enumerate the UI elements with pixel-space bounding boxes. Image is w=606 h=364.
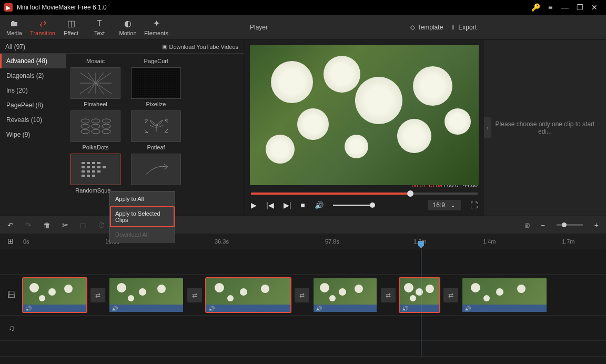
fit-button[interactable]: ⎚ (525, 221, 529, 229)
transition-slot[interactable]: ⇄ (381, 288, 396, 302)
thumb-pixelize[interactable]: Pixelize (131, 67, 181, 107)
menu-apply-all[interactable]: Apply to All (110, 191, 175, 206)
timeline-ruler[interactable]: ⊞ 0s 16.3s 36.3s 57.8s 1.2m 1.4m 1.7m (0, 234, 606, 249)
category-all[interactable]: All (97) (5, 43, 25, 50)
download-icon: ▣ (162, 43, 167, 50)
zoom-slider[interactable] (557, 224, 583, 226)
svg-point-15 (81, 124, 89, 128)
speed-button[interactable]: ⏱ (98, 221, 105, 229)
context-menu: Apply to All Apply to Selected Clips Dow… (109, 191, 175, 242)
zoom-out-button[interactable]: − (541, 221, 545, 229)
audio-track[interactable]: ♫ (0, 316, 606, 341)
svg-rect-35 (87, 175, 90, 177)
speaker-icon: 🔊 (208, 306, 215, 311)
panel-collapse-handle[interactable]: › (484, 117, 491, 138)
category-pagepeel[interactable]: PagePeel (8) (0, 98, 66, 113)
timeline-clip[interactable]: 🔊 (400, 278, 439, 312)
svg-line-11 (96, 83, 104, 94)
timeline-clip[interactable]: 🔊 (206, 278, 290, 312)
svg-point-19 (92, 129, 100, 134)
undo-button[interactable]: ↶ (7, 221, 14, 229)
svg-rect-33 (97, 170, 100, 173)
timeline-tracks: 🎞 🔊⇄🔊⇄🔊⇄🔊⇄🔊⇄🔊 ♫ (0, 249, 606, 357)
video-preview[interactable] (250, 45, 479, 185)
tab-effect[interactable]: ◫Effect (57, 18, 85, 36)
transition-slot[interactable]: ⇄ (187, 288, 202, 302)
overlay-track[interactable] (0, 249, 606, 275)
prev-frame-button[interactable]: |◀ (266, 201, 274, 209)
video-track[interactable]: 🎞 🔊⇄🔊⇄🔊⇄🔊⇄🔊⇄🔊 (0, 275, 606, 316)
stop-button[interactable]: ■ (300, 201, 305, 209)
template-button[interactable]: ◇Template (410, 24, 443, 31)
svg-point-13 (92, 119, 100, 123)
thumb-randomsquares[interactable]: RandomSqua... (70, 154, 120, 194)
volume-slider[interactable] (333, 205, 375, 206)
svg-line-8 (88, 73, 96, 83)
thumb-pinwheel[interactable]: Pinwheel (70, 67, 120, 107)
svg-point-16 (92, 124, 100, 128)
tab-media[interactable]: 🖿Media (0, 18, 28, 36)
category-iris[interactable]: Iris (20) (0, 83, 66, 98)
tab-text[interactable]: TText (85, 18, 114, 36)
speaker-icon: 🔊 (112, 306, 118, 311)
video-track-icon: 🎞 (0, 290, 23, 300)
aspect-ratio-dropdown[interactable]: 16:9⌄ (428, 200, 461, 210)
transition-slot[interactable]: ⇄ (295, 288, 309, 302)
timeline-clip[interactable]: 🔊 (23, 278, 86, 312)
timeline-clip[interactable]: 🔊 (314, 278, 377, 312)
redo-button[interactable]: ↷ (25, 221, 32, 229)
timeline-clip[interactable]: 🔊 (462, 278, 547, 312)
svg-rect-26 (87, 166, 90, 168)
menu-icon[interactable]: ≡ (543, 3, 558, 12)
zoom-in-button[interactable]: + (594, 221, 599, 229)
svg-line-10 (88, 83, 96, 94)
extra-track[interactable] (0, 341, 606, 357)
close-button[interactable]: ✕ (587, 3, 602, 12)
menu-apply-selected[interactable]: Apply to Selected Clips (110, 206, 175, 227)
seek-bar[interactable] (251, 193, 478, 195)
svg-rect-31 (87, 170, 90, 173)
fullscreen-button[interactable]: ⛶ (470, 201, 478, 209)
chevron-down-icon: ⌄ (450, 201, 456, 209)
key-icon[interactable]: 🔑 (528, 3, 543, 12)
timeline-toolbar: ↶ ↷ 🗑 ✂ ◻ ⏱ ⎚ − + (0, 216, 606, 234)
volume-icon[interactable]: 🔊 (315, 201, 324, 209)
thumb-polkadots[interactable]: PolkaDots (70, 110, 120, 150)
svg-rect-24 (97, 162, 100, 164)
transition-slot[interactable]: ⇄ (443, 288, 458, 302)
svg-rect-22 (87, 162, 90, 164)
effect-icon: ◫ (57, 18, 85, 29)
category-wipe[interactable]: Wipe (9) (0, 127, 66, 142)
category-diagonals[interactable]: Diagonals (2) (0, 68, 66, 83)
category-advanced[interactable]: Advanced (48) (0, 54, 66, 68)
tab-elements[interactable]: ✦Elements (142, 18, 170, 36)
export-button[interactable]: ⇪Export (450, 24, 477, 31)
transition-slot[interactable]: ⇄ (90, 288, 105, 302)
main-toolbar: 🖿Media ⇄Transition ◫Effect TText ◐Motion… (0, 15, 244, 40)
thumb-mosaic[interactable]: Mosaic (70, 56, 120, 64)
play-button[interactable]: ▶ (251, 201, 257, 209)
add-track-button[interactable]: ⊞ (7, 237, 14, 245)
delete-button[interactable]: 🗑 (43, 221, 50, 229)
player-label: Player (250, 24, 268, 31)
crop-button[interactable]: ◻ (80, 221, 86, 229)
minimize-button[interactable]: — (558, 3, 572, 12)
svg-point-12 (81, 119, 89, 123)
maximize-button[interactable]: ❐ (572, 3, 587, 12)
text-icon: T (85, 18, 114, 29)
split-button[interactable]: ✂ (62, 221, 68, 229)
svg-point-14 (102, 119, 110, 123)
svg-point-20 (102, 129, 110, 134)
svg-line-0 (80, 73, 96, 83)
tab-motion[interactable]: ◐Motion (114, 18, 142, 36)
thumb-pagecurl[interactable]: PageCurl (131, 56, 181, 64)
menu-download-all[interactable]: Download All (110, 227, 175, 242)
next-frame-button[interactable]: ▶| (284, 201, 291, 209)
tab-transition[interactable]: ⇄Transition (28, 18, 57, 36)
thumb-potleaf[interactable]: Potleaf (131, 110, 181, 150)
svg-rect-25 (82, 166, 85, 168)
category-reveals[interactable]: Reveals (10) (0, 113, 66, 127)
thumb-unnamed[interactable] (131, 154, 181, 194)
timeline-clip[interactable]: 🔊 (109, 278, 183, 312)
download-youtube-link[interactable]: ▣Download YouTube Videos (162, 43, 239, 50)
